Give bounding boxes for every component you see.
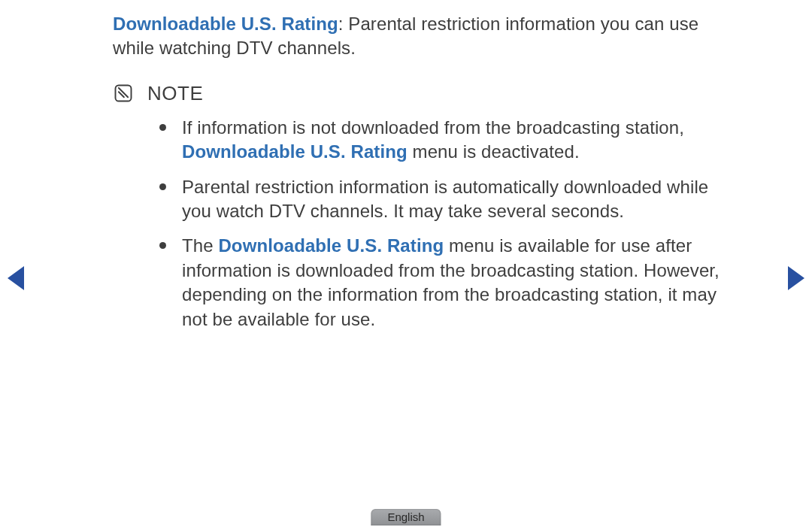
- bullet1-post: menu is deactivated.: [408, 141, 580, 162]
- intro-highlight: Downloadable U.S. Rating: [113, 14, 338, 34]
- bullet1-highlight: Downloadable U.S. Rating: [182, 141, 408, 162]
- intro-paragraph: Downloadable U.S. Rating: Parental restr…: [113, 12, 722, 61]
- note-label: NOTE: [147, 80, 203, 107]
- prev-page-arrow[interactable]: [8, 266, 24, 290]
- note-row: NOTE: [113, 80, 722, 107]
- next-page-arrow[interactable]: [788, 266, 804, 290]
- bullet2-text: Parental restriction information is auto…: [182, 177, 708, 221]
- bullet3-pre: The: [182, 235, 218, 256]
- note-icon: [113, 83, 134, 104]
- manual-content: Downloadable U.S. Rating: Parental restr…: [113, 12, 722, 342]
- note-bullet-list: If information is not downloaded from th…: [113, 116, 722, 332]
- bullet1-pre: If information is not downloaded from th…: [182, 117, 684, 138]
- bullet3-highlight: Downloadable U.S. Rating: [218, 235, 444, 256]
- language-indicator[interactable]: English: [371, 509, 441, 525]
- list-item: Parental restriction information is auto…: [159, 175, 722, 224]
- list-item: The Downloadable U.S. Rating menu is ava…: [159, 234, 722, 332]
- list-item: If information is not downloaded from th…: [159, 116, 722, 165]
